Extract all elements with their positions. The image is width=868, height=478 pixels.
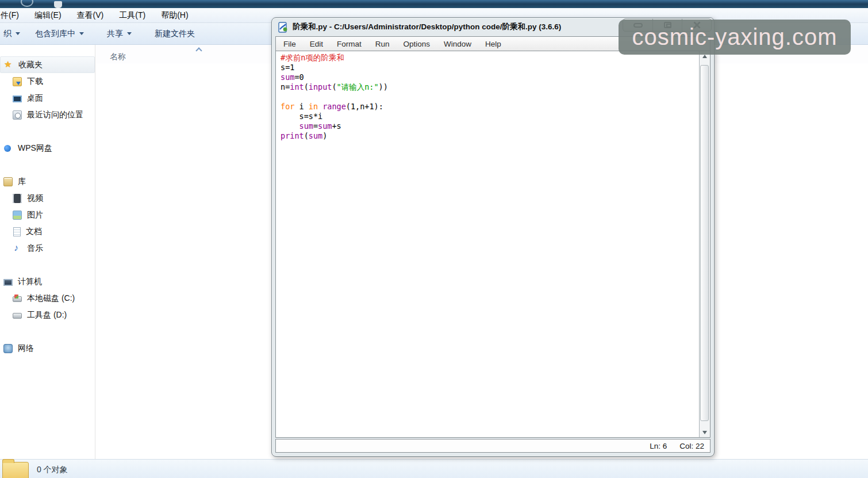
code-token: range — [322, 102, 346, 111]
sidebar-item[interactable]: 收藏夹 — [0, 56, 95, 73]
pictures-icon — [13, 211, 22, 220]
code-token: i — [294, 102, 308, 111]
sidebar-item-label: 工具盘 (D:) — [27, 310, 67, 320]
toolbar-button-label: 共享 — [107, 29, 123, 39]
code-token: n= — [281, 82, 290, 91]
code-token: in — [309, 102, 318, 111]
code-token: print — [281, 131, 304, 140]
sidebar-item[interactable]: 视频 — [0, 190, 95, 207]
sidebar-item[interactable]: 桌面 — [0, 90, 95, 106]
idle-menu-item[interactable]: Options — [404, 40, 431, 48]
scrollbar-thumb[interactable] — [700, 65, 709, 421]
toolbar-button[interactable]: 新建文件夹 — [155, 29, 195, 39]
sidebar-item[interactable]: 工具盘 (D:) — [0, 307, 95, 323]
explorer-titlebar-strip — [0, 0, 868, 8]
idle-client-area: FileEditFormatRunOptionsWindowHelp #求前n项… — [275, 36, 710, 453]
code-token: #求前n项的阶乘和 — [281, 53, 344, 62]
sidebar-item-label: 文档 — [26, 227, 42, 237]
toolbar-button[interactable]: 共享 — [107, 29, 132, 39]
sidebar-item[interactable]: 文档 — [0, 223, 95, 240]
sidebar-group: 库视频图片文档音乐 — [0, 173, 95, 257]
name-column-header[interactable]: 名称 — [110, 52, 126, 62]
sidebar-item-label: 视频 — [27, 193, 43, 204]
sidebar-item[interactable]: 最近访问的位置 — [0, 106, 95, 123]
sidebar-item-label: 计算机 — [18, 277, 42, 287]
line-indicator: Ln: 6 — [650, 442, 667, 450]
disk-c-icon — [13, 296, 22, 302]
idle-window-title: 阶乘和.py - C:/Users/Administrator/Desktop/… — [293, 22, 561, 32]
idle-text-editor[interactable]: #求前n项的阶乘和s=1sum=0n=int(input("请输入n:")) f… — [275, 51, 710, 438]
code-token: sum — [299, 121, 313, 131]
idle-menu-item[interactable]: Format — [337, 40, 362, 48]
code-line: for i in range(1,n+1): — [281, 102, 699, 112]
idle-menu-item[interactable]: Edit — [310, 40, 323, 48]
scroll-up-icon — [702, 55, 707, 58]
sidebar-item[interactable]: 本地磁盘 (C:) — [0, 290, 95, 307]
network-icon — [3, 344, 13, 353]
code-line — [281, 92, 699, 102]
code-token: int — [290, 82, 304, 91]
sidebar-item-label: 最近访问的位置 — [27, 110, 83, 120]
code-token — [281, 121, 299, 131]
documents-icon — [13, 227, 21, 236]
watermark-text: cosmic-yaxing.com — [632, 24, 837, 50]
folder-icon — [2, 462, 29, 478]
dropdown-caret-icon — [16, 32, 20, 35]
explorer-menu-item[interactable]: 查看(V) — [77, 10, 104, 21]
code-token: s=s*i — [281, 112, 322, 121]
sidebar-item[interactable]: 图片 — [0, 207, 95, 223]
sidebar-item[interactable]: 下载 — [0, 73, 95, 90]
code-token: s=1 — [281, 63, 294, 72]
code-area[interactable]: #求前n项的阶乘和s=1sum=0n=int(input("请输入n:")) f… — [276, 51, 699, 437]
sidebar-item-label: 收藏夹 — [18, 60, 43, 70]
idle-statusbar: Ln: 6 Col: 22 — [275, 439, 710, 453]
explorer-menu-item[interactable]: 工具(T) — [119, 10, 145, 21]
explorer-menu-item[interactable]: 件(F) — [1, 10, 19, 21]
sidebar-item[interactable]: 库 — [0, 173, 95, 190]
sidebar-group: 网络 — [0, 340, 95, 357]
screen: 件(F)编辑(E)查看(V)工具(T)帮助(H) 织包含到库中共享新建文件夹 收… — [0, 0, 868, 478]
library-icon — [3, 177, 13, 186]
music-icon — [13, 244, 22, 253]
disk-d-icon — [13, 313, 22, 319]
titlebar-cursor-icon — [54, 1, 62, 8]
explorer-menu-item[interactable]: 帮助(H) — [161, 10, 188, 21]
toolbar-button-label: 织 — [3, 29, 11, 39]
scroll-down-icon — [702, 431, 707, 434]
watermark-badge: cosmic-yaxing.com — [619, 20, 851, 55]
code-line: n=int(input("请输入n:")) — [281, 82, 699, 92]
code-line: s=s*i — [281, 112, 699, 121]
sidebar-item[interactable]: WPS网盘 — [0, 140, 95, 156]
wps-drive-icon — [3, 144, 13, 153]
editor-scrollbar[interactable] — [699, 51, 710, 437]
computer-icon — [3, 279, 13, 286]
column-indicator: Col: 22 — [679, 442, 704, 450]
idle-menu-item[interactable]: Run — [375, 40, 390, 48]
code-token: sum — [318, 121, 332, 131]
code-line: sum=0 — [281, 72, 699, 82]
explorer-details-pane: 0 个对象 — [0, 459, 868, 478]
sort-ascending-icon[interactable] — [195, 47, 202, 53]
idle-menu-item[interactable]: File — [283, 40, 296, 48]
toolbar-button[interactable]: 织 — [3, 29, 20, 39]
explorer-menu-item[interactable]: 编辑(E) — [34, 10, 62, 21]
code-token: (1,n+1): — [346, 102, 383, 111]
sidebar-item[interactable]: 计算机 — [0, 273, 95, 290]
idle-menu-item[interactable]: Window — [444, 40, 471, 48]
sidebar-item[interactable]: 网络 — [0, 340, 95, 357]
desktop-icon — [13, 95, 22, 102]
toolbar-button[interactable]: 包含到库中 — [35, 29, 84, 39]
downloads-icon — [13, 77, 22, 86]
idle-menu-item[interactable]: Help — [485, 40, 501, 48]
code-line: sum=sum+s — [281, 121, 699, 131]
idle-editor-window: 阶乘和.py - C:/Users/Administrator/Desktop/… — [271, 17, 715, 457]
code-token: ) — [322, 131, 327, 140]
scroll-down-button[interactable] — [700, 427, 710, 437]
code-token: = — [313, 121, 318, 131]
code-token: ( — [304, 82, 309, 91]
sidebar-item[interactable]: 音乐 — [0, 240, 95, 257]
sidebar-item-label: 图片 — [27, 210, 43, 220]
code-token: ( — [304, 131, 309, 140]
sidebar-item-label: 本地磁盘 (C:) — [27, 293, 75, 304]
recent-places-icon — [13, 110, 22, 120]
